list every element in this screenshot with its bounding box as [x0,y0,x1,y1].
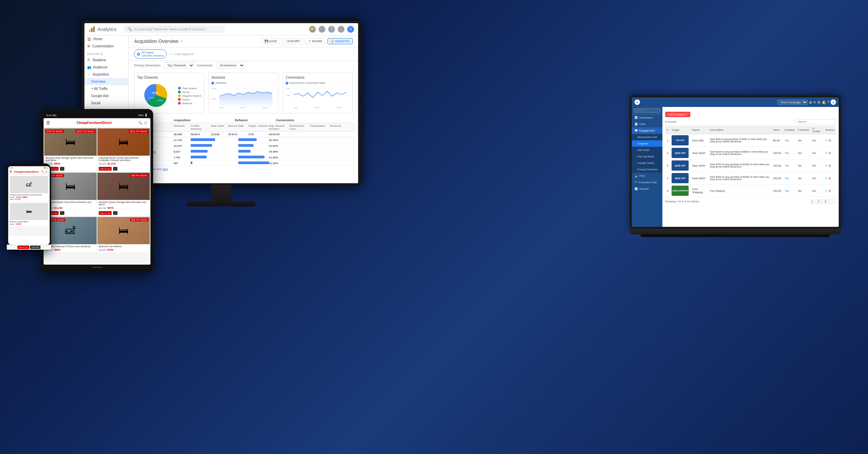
sidebar-popups[interactable]: Pop-Up Alerts [632,153,662,160]
more-icon[interactable]: ⋮ [338,26,344,33]
sidebar-gift-cards[interactable]: Gift Cards [632,147,662,153]
add-segment-button[interactable]: + + Add Segment [170,52,193,56]
table-search-input[interactable] [795,119,836,124]
coupon-image-3: $150 OFF [672,160,689,171]
save-button[interactable]: 💾 SAVE [261,38,280,44]
edit-coupon-1[interactable]: ✏ [825,139,828,142]
sidebar-item-google-ads[interactable]: Google Ads [84,92,128,99]
sidebar-abandoned-cart[interactable]: Abandoned Cart [632,134,662,140]
top-channels-dropdown[interactable]: Top Channels [164,62,194,68]
add-cart-btn-2[interactable]: Add to Cart [99,167,112,171]
cart-button[interactable]: 🛒 [144,121,148,125]
product-name-2: Lakeleigh Brown Queen Bed w/Bench Footbo… [99,157,148,161]
user-avatar[interactable]: A [831,99,836,105]
close-button[interactable]: ✕ [813,100,816,104]
wishlist-btn-4[interactable]: ♡ [113,211,117,215]
add-coupon-button[interactable]: Add Coupon + [665,112,690,117]
grid-icon[interactable]: ⋮⋮ [319,26,325,33]
edit-coupon-3[interactable]: ✏ [825,164,828,167]
delete-coupon-1[interactable]: 🗑 [829,139,831,142]
pagination: 1 2 3 → [809,199,836,204]
sidebar-item-audience[interactable]: 👥 Audience [84,64,128,71]
coupon-name-5: Free Shipping [690,185,708,197]
sidebar-coupons[interactable]: Coupons [632,140,662,147]
page-1-button[interactable]: 1 [809,199,815,204]
help-button[interactable]: ? [827,100,829,104]
sidebar-engagement[interactable]: 💬 Engagement [632,127,662,134]
language-selector[interactable]: Select Language [777,100,808,105]
col-image: Image [670,126,690,134]
sidebar-reports[interactable]: 📈 Reports [632,186,662,192]
delete-coupon-5[interactable]: 🗑 [829,189,831,192]
edit-coupon-5[interactable]: ✏ [825,189,828,192]
add-cart-btn-4[interactable]: Add to Cart [99,211,112,215]
edit-coupon-4[interactable]: ✏ [825,177,828,180]
price-badge-1: $101 Per Month [76,130,95,133]
share-button[interactable]: ↗ SHARE [305,38,325,44]
search-button[interactable]: 🔍 [138,121,142,125]
delete-coupon-4[interactable]: 🗑 [829,177,831,180]
sidebar-loyalty[interactable]: Loyalty Cards [632,160,662,166]
sidebar-item-acquisition[interactable]: → Acquisition [84,71,128,78]
bell-icon[interactable]: 🔔 [309,26,316,33]
sidebar-item-all-traffic[interactable]: + All Traffic [84,85,128,92]
sidebar-item-realtime[interactable]: ⏱ Realtime [84,57,128,64]
sidebar-dashboard[interactable]: 📊 Dashboard [632,114,662,121]
sidebar-item-customization[interactable]: ⚙ Customization [84,43,128,50]
wishlist-btn-1[interactable]: ♡ [60,167,64,171]
tablet-time: 9:41 AM [46,114,56,117]
header-icons: 🔔 ⋮⋮ ? ⋮ U [309,26,354,33]
delete-coupon-3[interactable]: 🗑 [829,164,831,167]
sidebar-item-search-console[interactable]: Social [84,99,128,107]
new-price-2: $1,212 [107,162,115,165]
svg-text:1,000: 1,000 [211,98,216,100]
phone-menu-button[interactable]: ☰ [10,170,12,173]
insights-button[interactable]: 💡 INSIGHTS [327,38,353,44]
grid-view-button[interactable]: ⊞ [809,100,812,104]
row-num: 4 [665,172,670,185]
settings-button[interactable]: ⚙ [817,100,820,104]
ecommerce-dropdown[interactable]: eCommerce [216,62,245,68]
analytics-search[interactable]: 🔍 Try searching "Week over Week Growth o… [123,26,225,33]
phone-cart-button[interactable]: 🛒 [45,170,48,173]
coupon-desc-2: Save $100 on any purchase of $800 or mor… [708,147,771,159]
analytics-logo: Analytics [89,26,116,33]
coupon-featured-3: No [797,159,811,172]
help-icon[interactable]: ? [328,26,335,33]
sidebar-search-input[interactable] [634,108,660,113]
avatar[interactable]: U [347,26,354,33]
acquisition-table: Acquisition Behavior Conversions Session… [129,116,358,173]
edit-coupon-2[interactable]: ✏ [825,152,828,155]
sidebar-pos[interactable]: 💻 POS [632,173,662,179]
dashboard-icon: 📊 [634,116,638,119]
all-users-segment[interactable]: All Users 100.00% Sessions [134,49,167,59]
coupon-image-4: $200 OFF [672,173,689,183]
sidebar-protection[interactable]: 🛡 Protection Plan [632,179,662,186]
cms-icon: 📄 [634,123,638,126]
tablet-home-button[interactable] [92,267,102,268]
sidebar-cms[interactable]: 📄 CMS [632,121,662,127]
wishlist-btn-3[interactable]: ♡ [60,211,64,215]
page-3-button[interactable]: 3 [823,199,828,204]
phone-search-button[interactable]: 🔍 [41,170,44,173]
social-dot [178,91,181,93]
add-icon: + [170,52,171,56]
page-title: Acquisition Overview [134,38,178,44]
delete-coupon-2[interactable]: 🗑 [829,152,831,155]
phone-new-price-2: $720 [16,223,21,225]
col-num: # [665,126,670,134]
see-all-channels[interactable]: See all 5 Channels click here [131,166,355,172]
page-2-button[interactable]: 2 [816,199,821,204]
next-page-button[interactable]: → [829,199,836,204]
sidebar-item-overview[interactable]: Overview [84,78,128,85]
export-button[interactable]: ↑ EXPORT [282,38,303,44]
menu-button[interactable]: ☰ [46,121,50,125]
notifications-button[interactable]: 🔔 [822,100,826,104]
furniture-item-6: 🛏 $56 Per Month Bedroom Set w/Mirror $1,… [97,217,150,252]
wishlist-btn-2[interactable]: ♡ [113,167,117,171]
sidebar-reviews[interactable]: Product Reviews [632,166,662,173]
tablet-frame: 9:41 AM 40% 🔋 ☰ CheapFurnitureDirect 🔍 🛒 [41,109,153,272]
phone-old-price-2: $1,800 [10,223,15,225]
sidebar-item-home[interactable]: 🏠 Home [84,35,128,43]
table-row: Referral 487 81.93% [131,160,355,166]
